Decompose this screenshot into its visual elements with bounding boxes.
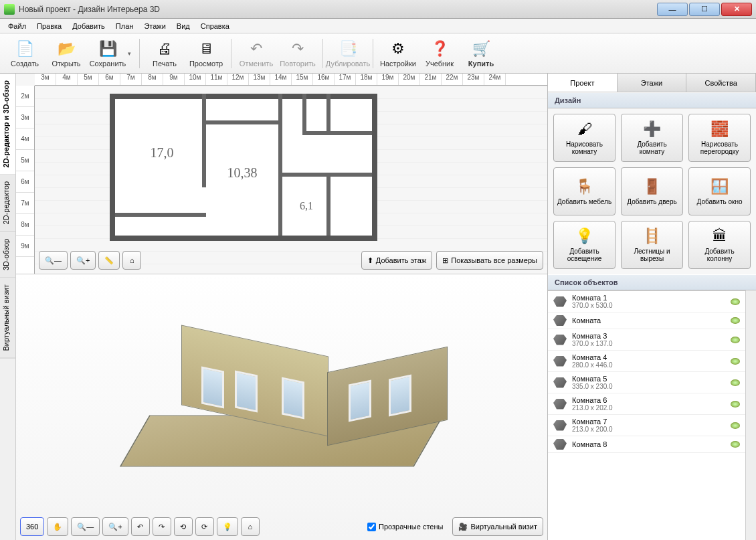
home-3d-button[interactable]: ⌂ — [241, 517, 260, 536]
right-tab-Свойства[interactable]: Свойства — [686, 74, 756, 92]
settings-icon: ⚙ — [389, 39, 407, 58]
visibility-toggle[interactable] — [731, 401, 740, 408]
room-icon — [553, 356, 567, 367]
toolbar-view-button[interactable]: 🖥Просмотр — [185, 35, 227, 72]
object-row[interactable]: Комната 1370.0 x 530.0 — [548, 291, 745, 312]
zoom-in-3d-button[interactable]: 🔍+ — [102, 517, 128, 536]
house-3d-view[interactable] — [101, 314, 462, 501]
floorplan[interactable]: 17,0 10,38 6,1 — [110, 94, 377, 241]
add-light-button[interactable]: 💡Добавить освещение — [553, 221, 616, 269]
stairs-button[interactable]: 🪜Лестницы и вырезы — [621, 221, 683, 269]
menu-Файл[interactable]: Файл — [3, 20, 31, 32]
redo-icon: ↷ — [288, 39, 307, 58]
toolbar-undo-button[interactable]: ↶Отменить — [235, 35, 277, 72]
virtual-visit-button[interactable]: 🎥 Виртуальный визит — [452, 517, 543, 536]
toolbar-create-button[interactable]: 📄Создать — [4, 35, 45, 72]
menu-Добавить[interactable]: Добавить — [67, 20, 110, 32]
measure-button[interactable]: 📏 — [98, 251, 120, 270]
tilt-left-button[interactable]: ⟲ — [174, 517, 193, 536]
visibility-toggle[interactable] — [731, 358, 740, 365]
pan-button[interactable]: ✋ — [47, 517, 68, 536]
buy-icon: 🛒 — [472, 39, 490, 58]
minimize-button[interactable]: — — [657, 3, 688, 16]
scrollbar[interactable] — [745, 290, 756, 540]
draw-room-icon: 🖌 — [577, 120, 592, 138]
menu-Справка[interactable]: Справка — [195, 20, 235, 32]
view-360-button[interactable]: 360 — [20, 517, 44, 536]
transparent-walls-checkbox[interactable]: Прозрачные стены — [367, 523, 443, 531]
add-floor-button[interactable]: ⬆ Добавить этаж — [361, 251, 432, 270]
redo-label: Повторить — [280, 60, 316, 68]
ruler-vertical: 2м3м4м5м6м7м8м9м — [16, 86, 35, 274]
toolbar-buy-button[interactable]: 🛒Купить — [460, 35, 502, 72]
toolbar-print-button[interactable]: 🖨Печать — [144, 35, 185, 72]
menu-Правка[interactable]: Правка — [31, 20, 67, 32]
section-objects-header: Список объектов — [548, 274, 756, 290]
show-dimensions-button[interactable]: ⊞ Показывать все размеры — [436, 251, 543, 270]
visibility-toggle[interactable] — [731, 317, 740, 324]
view-label: Просмотр — [189, 60, 223, 68]
menu-Этажи[interactable]: Этажи — [138, 20, 171, 32]
left-tab-2[interactable]: 3D-обзор — [0, 232, 15, 278]
print-label: Печать — [153, 60, 177, 68]
save-dropdown[interactable]: ▾ — [126, 35, 132, 72]
home-button[interactable]: ⌂ — [122, 251, 141, 270]
right-tab-Этажи[interactable]: Этажи — [618, 74, 687, 92]
toolbar-save-button[interactable]: 💾Сохранить — [87, 35, 128, 72]
left-tab-1[interactable]: 2D-редактор — [0, 175, 15, 232]
rotate-cw-button[interactable]: ↷ — [153, 517, 171, 536]
add-room-icon: ➕ — [643, 120, 661, 138]
object-row[interactable]: Комната 3370.0 x 137.0 — [548, 329, 745, 351]
add-door-button[interactable]: 🚪Добавить дверь — [621, 167, 683, 215]
pane-3d[interactable]: 360 ✋ 🔍― 🔍+ ↶ ↷ ⟲ ⟳ 💡 ⌂ Прозрачные стены… — [16, 274, 547, 540]
right-panel: ПроектЭтажиСвойства Дизайн 🖌Нарисовать к… — [547, 74, 756, 540]
object-row[interactable]: Комната 4280.0 x 446.0 — [548, 351, 745, 372]
object-list[interactable]: Комната 1370.0 x 530.0КомнатаКомната 337… — [548, 290, 745, 540]
object-row[interactable]: Комната 5335.0 x 230.0 — [548, 372, 745, 393]
lighting-button[interactable]: 💡 — [217, 517, 238, 536]
pane-2d[interactable]: 3м4м5м6м7м8м9м10м11м12м13м14м15м16м17м18… — [16, 74, 547, 274]
zoom-out-button[interactable]: 🔍― — [39, 251, 68, 270]
visibility-toggle[interactable] — [731, 337, 740, 343]
zoom-in-button[interactable]: 🔍+ — [70, 251, 96, 270]
object-row[interactable]: Комната 8 — [548, 436, 745, 453]
toolbar-settings-button[interactable]: ⚙Настройки — [377, 35, 419, 72]
room-icon — [553, 335, 567, 345]
toolbar-open-button[interactable]: 📂Открыть — [45, 35, 87, 72]
room-area-2: 10,38 — [209, 153, 276, 193]
left-tab-0[interactable]: 2D-редактор и 3D-обзор — [0, 74, 15, 175]
rotate-ccw-button[interactable]: ↶ — [131, 517, 150, 536]
object-row[interactable]: Комната — [548, 312, 745, 329]
visibility-toggle[interactable] — [731, 422, 740, 429]
visibility-toggle[interactable] — [731, 298, 740, 305]
menu-Вид[interactable]: Вид — [171, 20, 195, 32]
zoom-out-3d-button[interactable]: 🔍― — [71, 517, 100, 536]
add-window-button[interactable]: 🪟Добавить окно — [688, 167, 751, 215]
toolbar-duplicate-button[interactable]: 📑Дублировать — [327, 35, 369, 72]
add-furniture-button[interactable]: 🪑Добавить мебель — [553, 167, 616, 215]
menu-План[interactable]: План — [110, 20, 139, 32]
add-furniture-icon: 🪑 — [575, 178, 593, 195]
undo-icon: ↶ — [247, 39, 266, 58]
tilt-right-button[interactable]: ⟳ — [195, 517, 214, 536]
room-icon — [553, 420, 567, 431]
object-row[interactable]: Комната 7213.0 x 200.0 — [548, 415, 745, 436]
print-icon: 🖨 — [155, 39, 174, 58]
object-row[interactable]: Комната 6213.0 x 202.0 — [548, 393, 745, 415]
left-tab-3[interactable]: Виртуальный визит — [0, 278, 15, 359]
draw-partition-button[interactable]: 🧱Нарисовать перегородку — [688, 114, 751, 162]
toolbar-help-button[interactable]: ❓Учебник — [419, 35, 460, 72]
visibility-toggle[interactable] — [731, 441, 740, 448]
add-room-button[interactable]: ➕Добавить комнату — [621, 114, 683, 162]
add-door-icon: 🚪 — [643, 178, 661, 195]
maximize-button[interactable]: ☐ — [689, 3, 720, 16]
settings-label: Настройки — [380, 60, 416, 68]
right-tab-Проект[interactable]: Проект — [548, 74, 618, 92]
close-button[interactable]: ✕ — [721, 3, 752, 16]
visibility-toggle[interactable] — [731, 379, 740, 386]
add-column-button[interactable]: 🏛Добавить колонну — [688, 221, 751, 269]
draw-room-button[interactable]: 🖌Нарисовать комнату — [553, 114, 616, 162]
room-area-1: 17,0 — [122, 126, 202, 179]
toolbar-redo-button[interactable]: ↷Повторить — [277, 35, 318, 72]
room-icon — [553, 315, 567, 326]
